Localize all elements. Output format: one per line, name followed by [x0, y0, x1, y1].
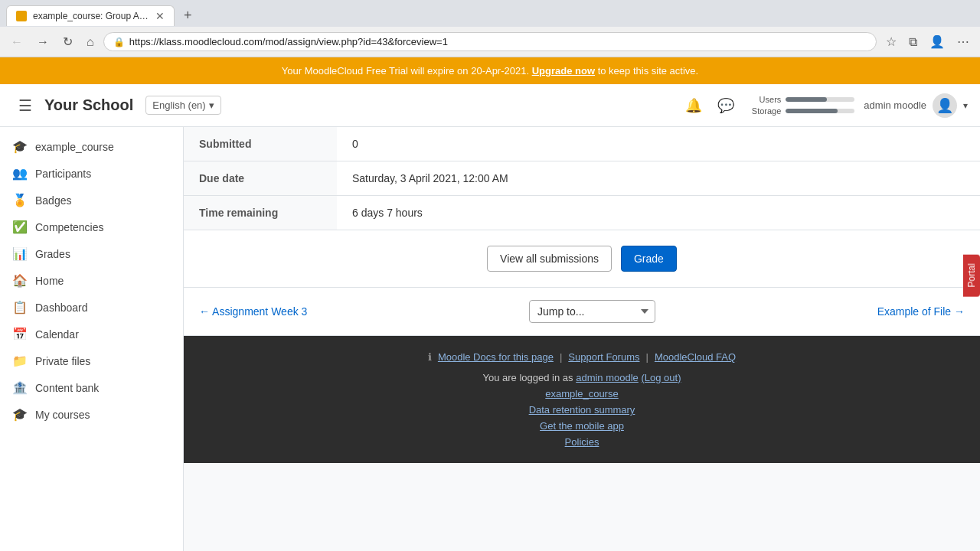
prev-assignment[interactable]: ← Assignment Week 3 [199, 305, 307, 318]
jump-select[interactable]: Jump to...Assignment Week 3Example of Fi… [529, 300, 655, 323]
separator-2: | [646, 351, 648, 363]
participants-icon: 👥 [12, 166, 28, 181]
view-submissions-button[interactable]: View all submissions [487, 246, 612, 272]
usage-stats: Users Storage [746, 95, 854, 116]
sidebar-item-label: Home [35, 275, 64, 287]
tab-close-button[interactable]: ✕ [155, 11, 165, 21]
logout-link[interactable]: (Log out) [641, 372, 681, 383]
browser-toolbar: ← → ↻ ⌂ 🔒 https://klass.moodlecloud.com/… [0, 27, 980, 57]
sidebar-item-label: Calendar [35, 328, 79, 341]
tab-favicon [16, 11, 27, 21]
admin-profile-link[interactable]: admin moodle [576, 372, 639, 383]
admin-name: admin moodle [864, 99, 926, 111]
submitted-row: Submitted 0 [184, 127, 980, 161]
support-forums-link[interactable]: Support Forums [568, 351, 639, 363]
home-button[interactable]: ⌂ [82, 32, 99, 52]
admin-menu[interactable]: admin moodle 👤 ▾ [864, 93, 968, 118]
submitted-value: 0 [337, 127, 980, 161]
private-files-icon: 📁 [12, 354, 28, 368]
address-bar[interactable]: 🔒 https://klass.moodlecloud.com/mod/assi… [103, 32, 877, 51]
app-header: ☰ Your School English (en) ▾ 🔔 💬 Users S… [0, 84, 980, 127]
sidebar-item-my-courses[interactable]: 🎓 My courses [0, 401, 183, 428]
lock-icon: 🔒 [113, 37, 125, 47]
content-bank-icon: 🏦 [12, 380, 28, 395]
profile-button[interactable]: 👤 [925, 31, 949, 52]
messages-button[interactable]: 💬 [714, 94, 737, 117]
trial-banner: Your MoodleCloud Free Trial will expire … [0, 57, 980, 84]
notifications-button[interactable]: 🔔 [682, 94, 705, 117]
calendar-icon: 📅 [12, 327, 28, 341]
assignment-navigation: ← Assignment Week 3 Jump to...Assignment… [184, 288, 980, 336]
page-footer: ℹ Moodle Docs for this page | Support Fo… [184, 336, 980, 463]
sidebar-item-label: My courses [35, 409, 90, 421]
data-retention-link[interactable]: Data retention summary [529, 404, 635, 416]
separator-1: | [560, 351, 562, 363]
grade-button[interactable]: Grade [621, 246, 677, 272]
next-assignment-link[interactable]: Example of File → [877, 305, 965, 318]
time-remaining-value: 6 days 7 hours [337, 196, 980, 230]
page-wrapper: Your MoodleCloud Free Trial will expire … [0, 57, 980, 551]
users-bar-fill [786, 97, 827, 102]
language-selector[interactable]: English (en) ▾ [145, 96, 220, 115]
login-info: You are logged in as admin moodle (Log o… [482, 372, 681, 383]
course-link[interactable]: example_course [545, 388, 618, 399]
forward-button[interactable]: → [32, 32, 54, 52]
info-icon: ℹ [428, 351, 432, 363]
footer-info: You are logged in as admin moodle (Log o… [199, 372, 965, 448]
reload-button[interactable]: ↻ [58, 31, 77, 52]
more-button[interactable]: ⋯ [952, 31, 974, 52]
sidebar-item-example-course[interactable]: 🎓 example_course [0, 133, 183, 160]
users-label: Users [746, 95, 781, 104]
mobile-app-link[interactable]: Get the mobile app [540, 420, 624, 432]
sidebar-item-dashboard[interactable]: 📋 Dashboard [0, 294, 183, 321]
due-date-label: Due date [184, 161, 337, 196]
back-button[interactable]: ← [6, 32, 28, 52]
tab-title: example_course: Group Assignm... [33, 11, 149, 21]
content-area: Submitted 0 Due date Saturday, 3 April 2… [184, 127, 980, 551]
sidebar-item-badges[interactable]: 🏅 Badges [0, 187, 183, 214]
sidebar-item-calendar[interactable]: 📅 Calendar [0, 321, 183, 347]
extensions-button[interactable]: ⧉ [904, 31, 922, 52]
storage-bar-fill [786, 109, 838, 113]
prev-assignment-link[interactable]: ← Assignment Week 3 [199, 305, 307, 318]
sidebar-item-label: Private files [35, 355, 90, 367]
browser-chrome: example_course: Group Assignm... ✕ + ← →… [0, 0, 980, 57]
time-remaining-row: Time remaining 6 days 7 hours [184, 196, 980, 230]
sidebar-item-grades[interactable]: 📊 Grades [0, 240, 183, 267]
sidebar-item-label: Dashboard [35, 302, 88, 314]
portal-button[interactable]: Portal [963, 254, 980, 296]
upgrade-link[interactable]: Upgrade now [532, 65, 595, 77]
sidebar-item-participants[interactable]: 👥 Participants [0, 160, 183, 187]
moodlecloud-faq-link[interactable]: MoodleCloud FAQ [655, 351, 736, 363]
storage-bar [786, 109, 854, 113]
browser-tab-active[interactable]: example_course: Group Assignm... ✕ [6, 5, 175, 26]
assignment-table: Submitted 0 Due date Saturday, 3 April 2… [184, 127, 980, 230]
new-tab-button[interactable]: + [178, 5, 198, 27]
sidebar-nav: 🎓 example_course 👥 Participants 🏅 Badges… [0, 127, 183, 434]
header-right: 🔔 💬 Users Storage admin moodle [682, 93, 968, 118]
menu-toggle-button[interactable]: ☰ [12, 93, 38, 118]
sidebar-item-label: Grades [35, 248, 70, 260]
next-assignment[interactable]: Example of File → [877, 305, 965, 318]
badges-icon: 🏅 [12, 193, 28, 207]
moodle-docs-link[interactable]: Moodle Docs for this page [438, 351, 554, 363]
home-icon: 🏠 [12, 273, 28, 288]
sidebar-item-label: Competencies [35, 221, 104, 233]
storage-usage: Storage [746, 106, 854, 116]
sidebar-item-content-bank[interactable]: 🏦 Content bank [0, 374, 183, 401]
avatar: 👤 [933, 93, 957, 118]
action-buttons: View all submissions Grade [184, 230, 980, 288]
banner-text: Your MoodleCloud Free Trial will expire … [282, 65, 529, 77]
sidebar-item-home[interactable]: 🏠 Home [0, 267, 183, 294]
sidebar-item-competencies[interactable]: ✅ Competencies [0, 214, 183, 240]
users-bar [786, 97, 854, 102]
bookmark-button[interactable]: ☆ [881, 31, 901, 52]
course-icon: 🎓 [12, 139, 28, 154]
jump-to[interactable]: Jump to...Assignment Week 3Example of Fi… [529, 300, 655, 323]
browser-tabbar: example_course: Group Assignm... ✕ + [0, 0, 980, 27]
my-courses-icon: 🎓 [12, 407, 28, 422]
policies-link[interactable]: Policies [565, 436, 599, 448]
chevron-down-icon: ▾ [209, 99, 214, 111]
sidebar-item-private-files[interactable]: 📁 Private files [0, 347, 183, 374]
url-text: https://klass.moodlecloud.com/mod/assign… [129, 36, 867, 47]
